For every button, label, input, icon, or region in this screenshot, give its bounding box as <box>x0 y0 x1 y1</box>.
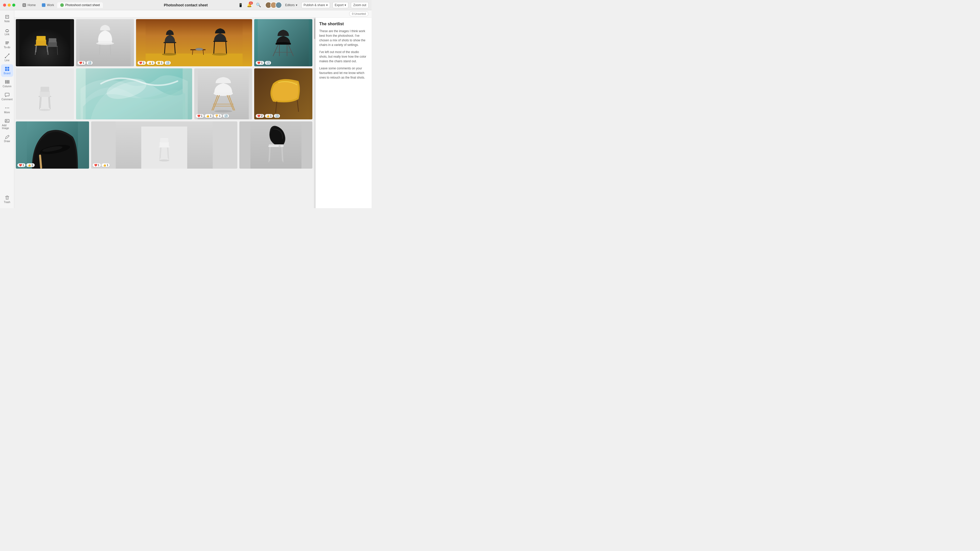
export-button[interactable]: Export ▾ <box>332 2 348 8</box>
reaction-thumbs[interactable]: 👍 1 <box>265 114 273 118</box>
photo-cell-r1c4[interactable]: ❤️ 1 🔄 <box>254 19 312 66</box>
titlebar: M Home Work Photoshoot contact sheet Pho… <box>0 0 372 10</box>
traffic-lights <box>3 3 15 6</box>
sidebar-comment-label: Comment <box>2 98 13 101</box>
svg-rect-12 <box>8 80 10 84</box>
work-icon <box>42 3 45 7</box>
photo-grid: ❤️ 1 🔄 <box>14 17 314 208</box>
svg-line-3 <box>5 54 9 58</box>
reaction-thumbs[interactable]: 👍 1 <box>26 163 35 167</box>
reaction-heart[interactable]: ❤️ 1 <box>196 114 204 118</box>
publish-share-button[interactable]: Publish & share ▾ <box>301 2 330 8</box>
sidebar-board-label: Board <box>3 72 11 75</box>
svg-rect-10 <box>5 80 6 84</box>
reaction-refresh[interactable]: 🔄 <box>265 61 271 65</box>
sidebar-item-comment[interactable]: Comment <box>1 90 13 103</box>
photo-cell-r3c3[interactable] <box>239 121 313 168</box>
reaction-thumbs[interactable]: 👍 1 <box>102 163 110 167</box>
photo-cell-r3c1[interactable]: ❤️ 1 👍 1 <box>16 121 89 168</box>
sidebar-item-link[interactable]: Link <box>1 25 13 38</box>
zoom-button[interactable]: Zoom out <box>351 2 369 8</box>
reaction-thumbs[interactable]: 👍 1 <box>147 61 155 65</box>
tab-work[interactable]: Work <box>39 2 57 8</box>
notification-button[interactable]: 🔔 21 <box>247 3 252 7</box>
svg-rect-2 <box>5 44 8 44</box>
sidebar-item-add-image[interactable]: Add Image <box>1 116 13 132</box>
minimize-button[interactable] <box>8 3 11 6</box>
line-icon <box>5 53 10 59</box>
close-button[interactable] <box>3 3 6 6</box>
editors-button[interactable]: Editors ▾ <box>283 3 299 7</box>
photo-cell-r2c1[interactable] <box>16 68 74 119</box>
tab-bar: M Home Work Photoshoot contact sheet <box>19 2 103 8</box>
sidebar-item-more[interactable]: More <box>1 103 13 116</box>
sidebar-item-draw[interactable]: Draw <box>1 132 13 144</box>
svg-point-58 <box>275 42 291 44</box>
photoshoot-icon <box>60 3 64 7</box>
photo-reactions-r1c4: ❤️ 1 🔄 <box>256 61 271 65</box>
reaction-heart[interactable]: ❤️ 1 <box>18 163 25 167</box>
sidebar-trash-label: Trash <box>4 201 10 203</box>
notification-count: 21 <box>249 2 253 5</box>
reaction-refresh[interactable]: 🔄 <box>165 61 171 65</box>
photo-cell-r1c3[interactable]: ❤️ 1 👍 1 😊 1 🔄 <box>136 19 252 66</box>
sidebar-column-label: Column <box>3 85 11 88</box>
chair-teal-black-image <box>16 121 89 168</box>
photo-cell-r2c4[interactable]: ❤️ 2 👍 1 🔄 <box>254 68 312 119</box>
reaction-badge[interactable]: ❤️ 1 <box>78 61 86 65</box>
chair-draped-image <box>239 121 313 168</box>
search-icon[interactable]: 🔍 <box>255 2 262 8</box>
svg-point-67 <box>39 109 51 111</box>
sidebar-item-note[interactable]: Note <box>1 12 13 25</box>
svg-rect-23 <box>37 36 46 41</box>
reaction-heart[interactable]: ❤️ 1 <box>93 163 101 167</box>
home-icon: M <box>22 3 26 7</box>
photo-cell-r1c1[interactable] <box>16 19 74 66</box>
reaction-refresh[interactable]: 🔄 <box>223 114 229 118</box>
todo-icon <box>5 40 10 45</box>
photo-reactions-r2c3: ❤️ 1 👍 1 🏆 1 🔄 <box>196 114 229 118</box>
photo-cell-r1c2[interactable]: ❤️ 1 🔄 <box>76 19 134 66</box>
photo-cell-r2c3[interactable]: ❤️ 1 👍 1 🏆 1 🔄 <box>194 68 252 119</box>
tab-work-label: Work <box>47 3 54 7</box>
sidebar-item-todo[interactable]: To-do <box>1 38 13 51</box>
photo-row-3: ❤️ 1 👍 1 <box>15 121 313 169</box>
reaction-thumbs[interactable]: 👍 1 <box>205 114 213 118</box>
sidebar-line-label: Line <box>5 59 10 62</box>
reaction-trophy[interactable]: 🏆 1 <box>213 114 222 118</box>
main-layout: Note Link To-do Line <box>0 10 372 208</box>
sidebar-item-column[interactable]: Column <box>1 77 13 90</box>
sidebar-item-board[interactable]: Board <box>1 64 13 77</box>
scroll-thumb <box>314 19 315 39</box>
chair-dark-studio-image <box>16 19 74 66</box>
photo-row-2: ❤️ 1 👍 1 🏆 1 🔄 <box>15 68 313 120</box>
zoom-label: Zoom out <box>353 3 366 7</box>
export-label: Export <box>335 3 344 7</box>
svg-point-13 <box>5 108 6 108</box>
reaction-heart[interactable]: ❤️ 1 <box>256 61 264 65</box>
reaction-refresh[interactable]: 🔄 <box>274 114 280 118</box>
shortlist-title: The shortlist <box>319 22 368 26</box>
photo-cell-r2c2[interactable] <box>76 68 192 119</box>
svg-rect-102 <box>269 144 283 146</box>
reaction-refresh[interactable]: 🔄 <box>86 61 93 65</box>
photo-cell-r3c2[interactable]: ❤️ 1 👍 1 <box>91 121 237 168</box>
svg-point-17 <box>6 120 6 121</box>
add-image-icon <box>5 118 10 124</box>
reaction-heart[interactable]: ❤️ 2 <box>256 114 264 118</box>
reaction-heart[interactable]: ❤️ 1 <box>138 61 146 65</box>
avatar-3 <box>275 2 282 8</box>
reaction-smile[interactable]: 😊 1 <box>156 61 164 65</box>
sidebar-item-trash[interactable]: Trash <box>1 193 13 206</box>
fullscreen-button[interactable] <box>12 3 15 6</box>
editors-label: Editors <box>285 3 294 7</box>
svg-rect-7 <box>7 67 9 68</box>
sidebar-item-line[interactable]: Line <box>1 51 13 64</box>
tab-home[interactable]: M Home <box>19 2 39 8</box>
chair-light-gray-image <box>16 68 74 119</box>
chair-white-wooden-legs-image <box>194 68 252 119</box>
tab-photoshoot[interactable]: Photoshoot contact sheet <box>57 2 103 8</box>
note-icon <box>5 14 10 19</box>
svg-rect-62 <box>41 87 49 92</box>
chair-white-slim-image <box>91 121 237 168</box>
